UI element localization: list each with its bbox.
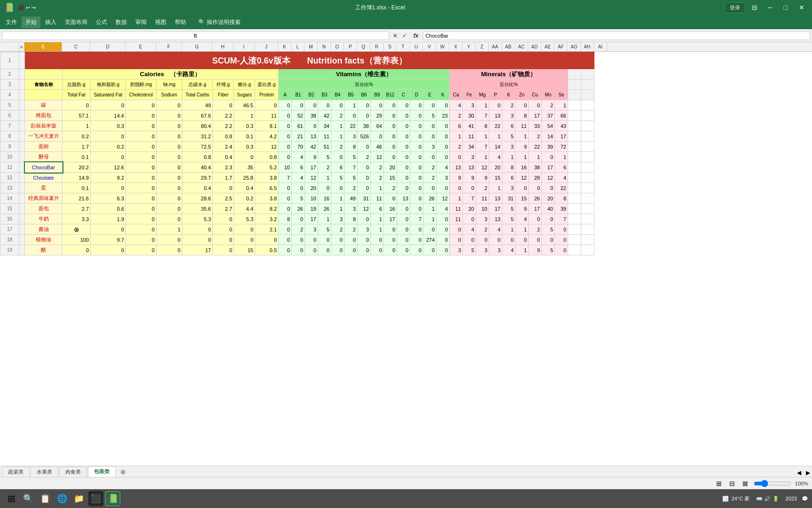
mineral-cell[interactable]: 13 — [489, 193, 502, 204]
mineral-cell[interactable]: 2 — [450, 142, 463, 152]
col-header-B[interactable]: B — [24, 42, 62, 51]
nutrition-cell[interactable]: 6.5 — [255, 183, 279, 193]
vitamin-cell[interactable]: 0 — [410, 183, 423, 193]
mineral-cell[interactable]: 2 — [529, 131, 542, 142]
data-row[interactable]: 10酵母0.10000.80.400.804950521200000031411… — [0, 152, 594, 162]
mineral-cell[interactable]: 11 — [515, 121, 529, 131]
nutrition-cell[interactable]: 0 — [213, 245, 234, 255]
nutrition-cell[interactable]: 2.2 — [213, 111, 234, 121]
mineral-cell[interactable]: 8 — [515, 111, 529, 121]
vitamin-cell[interactable]: 2 — [331, 111, 344, 121]
mineral-cell[interactable]: 0 — [450, 235, 463, 245]
nutrition-cell[interactable]: 0 — [182, 235, 213, 245]
menu-file[interactable]: 文件 — [2, 16, 21, 28]
nutrition-cell[interactable]: 17 — [182, 245, 213, 255]
nutrition-cell[interactable]: 12 — [255, 142, 279, 152]
mineral-cell[interactable]: 0 — [515, 100, 529, 111]
mineral-cell[interactable]: 2 — [450, 111, 463, 121]
vitamin-cell[interactable]: 5 — [292, 193, 305, 204]
mineral-cell[interactable]: 5 — [542, 245, 555, 255]
vitamin-cell[interactable]: 0 — [305, 245, 318, 255]
mineral-cell[interactable]: 0 — [450, 183, 463, 193]
vitamin-cell[interactable]: 5 — [318, 224, 331, 235]
vitamin-cell[interactable]: 0 — [292, 245, 305, 255]
mineral-cell[interactable]: 11 — [476, 193, 489, 204]
vitamin-cell[interactable]: 274 — [423, 235, 437, 245]
mineral-cell[interactable]: 1 — [515, 131, 529, 142]
mineral-cell[interactable]: 12 — [476, 162, 489, 173]
mineral-cell[interactable]: 17 — [542, 162, 555, 173]
vitamin-cell[interactable]: 0 — [384, 100, 397, 111]
menu-insert[interactable]: 插入 — [41, 16, 60, 28]
mineral-cell[interactable]: 13 — [463, 162, 476, 173]
nutrition-cell[interactable]: 5.2 — [255, 162, 279, 173]
nutrition-cell[interactable]: 0 — [156, 173, 182, 183]
vitamin-cell[interactable]: 51 — [318, 142, 331, 152]
nutrition-cell[interactable]: 3.8 — [255, 173, 279, 183]
vitamin-cell[interactable]: 0 — [384, 121, 397, 131]
mineral-cell[interactable]: 39 — [555, 204, 568, 214]
mineral-cell[interactable]: 4 — [555, 173, 568, 183]
vitamin-cell[interactable]: 1 — [331, 204, 344, 214]
vitamin-cell[interactable]: 0 — [384, 152, 397, 162]
mineral-cell[interactable]: 30 — [463, 111, 476, 121]
mineral-cell[interactable]: 0 — [450, 152, 463, 162]
nutrition-cell[interactable]: 2.3 — [213, 162, 234, 173]
vitamin-cell[interactable]: 1 — [344, 100, 358, 111]
data-table[interactable]: 1 SCUM-人渣0.6v版本 Nutrition facts（营养表） 2 C… — [0, 52, 812, 466]
mineral-cell[interactable]: 41 — [463, 121, 476, 131]
vitamin-cell[interactable]: 2 — [344, 224, 358, 235]
col-header-W[interactable]: W — [436, 42, 449, 51]
vitamin-cell[interactable]: 0 — [292, 214, 305, 224]
vitamin-cell[interactable]: 52 — [292, 111, 305, 121]
mineral-cell[interactable]: 13 — [489, 111, 502, 121]
data-row[interactable]: 14经典原味薯片21.66.30028.62.50.23.80510161493… — [0, 193, 594, 204]
vitamin-cell[interactable]: 5 — [423, 111, 437, 121]
nutrition-cell[interactable]: 1 — [234, 111, 255, 121]
mineral-cell[interactable]: 22 — [555, 183, 568, 193]
vitamin-cell[interactable]: 34 — [318, 121, 331, 131]
vitamin-cell[interactable]: 13 — [305, 131, 318, 142]
col-header-Y[interactable]: Y — [462, 42, 476, 51]
mineral-cell[interactable]: 0 — [489, 100, 502, 111]
vitamin-cell[interactable]: 0 — [384, 193, 397, 204]
mineral-cell[interactable]: 66 — [555, 111, 568, 121]
mineral-cell[interactable]: 11 — [463, 131, 476, 142]
nutrition-cell[interactable]: 0 — [91, 100, 126, 111]
nutrition-cell[interactable]: 0 — [156, 193, 182, 204]
food-name-cell[interactable]: 酵母 — [25, 152, 62, 162]
vitamin-cell[interactable]: 0 — [410, 131, 423, 142]
task-view-button[interactable]: 📋 — [38, 491, 53, 506]
vitamin-cell[interactable]: 0 — [279, 142, 292, 152]
vitamin-cell[interactable]: 12 — [371, 152, 384, 162]
nutrition-cell[interactable]: 100 — [62, 235, 91, 245]
vitamin-cell[interactable]: 0 — [397, 131, 410, 142]
vitamin-cell[interactable]: 6 — [331, 162, 344, 173]
mineral-cell[interactable]: 1 — [450, 193, 463, 204]
vitamin-cell[interactable]: 0 — [371, 245, 384, 255]
vitamin-cell[interactable]: 3 — [437, 173, 450, 183]
vitamin-cell[interactable]: 0 — [371, 100, 384, 111]
mineral-cell[interactable]: 39 — [542, 142, 555, 152]
vitamin-cell[interactable]: 3 — [344, 204, 358, 214]
mineral-cell[interactable]: 3 — [476, 214, 489, 224]
vitamin-cell[interactable]: 0 — [410, 142, 423, 152]
menu-page-layout[interactable]: 页面布局 — [61, 16, 91, 28]
food-name-cell[interactable]: Choolate — [25, 173, 62, 183]
vitamin-cell[interactable]: 11 — [371, 193, 384, 204]
mineral-cell[interactable]: 72 — [555, 142, 568, 152]
nutrition-cell[interactable]: 5.3 — [234, 214, 255, 224]
food-name-cell[interactable]: 醋 — [25, 245, 62, 255]
menu-home[interactable]: 开始 — [22, 16, 40, 28]
nutrition-cell[interactable]: ⊕ — [62, 224, 91, 235]
vitamin-cell[interactable]: 0 — [437, 131, 450, 142]
vitamin-cell[interactable]: 0 — [331, 183, 344, 193]
zoom-slider[interactable] — [754, 480, 791, 487]
vitamin-cell[interactable]: 38 — [358, 121, 371, 131]
vitamin-cell[interactable]: 5 — [331, 173, 344, 183]
page-layout-view-button[interactable]: ⊟ — [727, 479, 737, 488]
vitamin-cell[interactable]: 16 — [384, 204, 397, 214]
mineral-cell[interactable]: 0 — [555, 245, 568, 255]
nutrition-cell[interactable]: 0.1 — [62, 152, 91, 162]
col-header-O[interactable]: O — [331, 42, 344, 51]
